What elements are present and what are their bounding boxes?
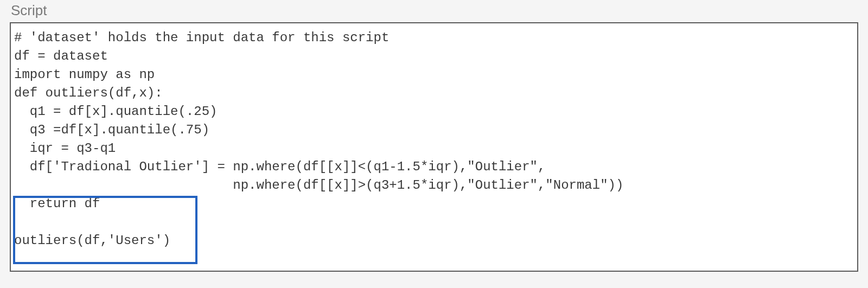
- script-editor[interactable]: # 'dataset' holds the input data for thi…: [10, 22, 858, 272]
- script-label: Script: [10, 0, 858, 22]
- script-code[interactable]: # 'dataset' holds the input data for thi…: [14, 29, 854, 250]
